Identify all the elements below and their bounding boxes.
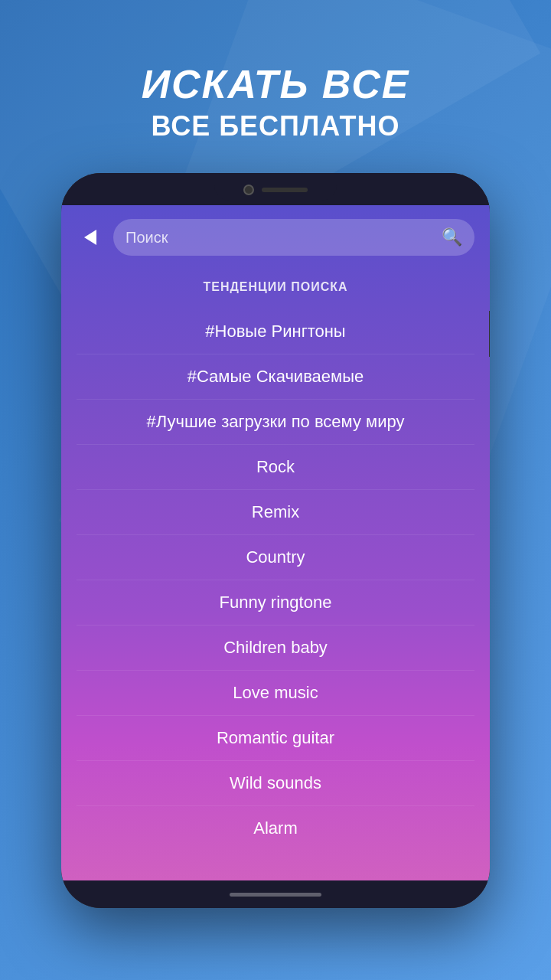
- search-bar-container: Поиск 🔍: [61, 205, 490, 268]
- trend-item-label: Funny ringtone: [220, 593, 332, 612]
- home-indicator: [230, 893, 321, 897]
- header-text-block: ИСКАТЬ ВСЕ ВСЕ БЕСПЛАТНО: [142, 61, 410, 142]
- trend-item[interactable]: Alarm: [77, 806, 474, 851]
- trend-item[interactable]: Country: [77, 535, 474, 580]
- trends-section: ТЕНДЕНЦИИ ПОИСКА #Новые Рингтоны#Самые С…: [61, 268, 490, 880]
- trend-item-label: Rock: [256, 457, 295, 476]
- search-input-wrapper[interactable]: Поиск 🔍: [113, 219, 474, 256]
- trend-item[interactable]: Romantic guitar: [77, 716, 474, 761]
- search-icon: 🔍: [442, 227, 462, 247]
- trend-item[interactable]: Funny ringtone: [77, 580, 474, 626]
- phone-notch: [214, 179, 337, 201]
- search-placeholder-text: Поиск: [126, 229, 433, 247]
- trend-item-label: Wild sounds: [230, 773, 321, 792]
- trend-item[interactable]: Remix: [77, 490, 474, 535]
- front-camera: [243, 185, 254, 195]
- trend-item[interactable]: Wild sounds: [77, 761, 474, 806]
- phone-frame: Поиск 🔍 ТЕНДЕНЦИИ ПОИСКА #Новые Рингтоны…: [61, 173, 490, 908]
- header-title: ИСКАТЬ ВСЕ: [142, 61, 410, 107]
- trend-item-label: Romantic guitar: [217, 728, 334, 747]
- trend-item-label: Children baby: [223, 638, 328, 657]
- trend-item-label: #Самые Скачиваемые: [187, 367, 364, 386]
- phone-screen: Поиск 🔍 ТЕНДЕНЦИИ ПОИСКА #Новые Рингтоны…: [61, 205, 490, 880]
- trend-item-label: #Новые Рингтоны: [205, 322, 345, 341]
- trend-item[interactable]: #Лучшие загрузки по всему миру: [77, 400, 474, 445]
- back-button[interactable]: [77, 224, 104, 251]
- trend-item-label: Alarm: [253, 818, 297, 838]
- trend-item-label: #Лучшие загрузки по всему миру: [147, 412, 405, 431]
- trend-item[interactable]: Rock: [77, 445, 474, 490]
- back-arrow-icon: [84, 230, 96, 245]
- search-button[interactable]: 🔍: [441, 227, 462, 248]
- trend-item[interactable]: #Самые Скачиваемые: [77, 354, 474, 400]
- trend-item-label: Remix: [252, 502, 299, 521]
- trend-item[interactable]: Children baby: [77, 626, 474, 671]
- trends-section-title: ТЕНДЕНЦИИ ПОИСКА: [77, 280, 474, 294]
- trend-item-label: Love music: [233, 683, 318, 702]
- phone-bottom-bezel: [61, 880, 490, 908]
- trends-list: #Новые Рингтоны#Самые Скачиваемые#Лучшие…: [77, 309, 474, 851]
- trend-item[interactable]: #Новые Рингтоны: [77, 309, 474, 354]
- trend-item[interactable]: Love music: [77, 671, 474, 716]
- phone-top-bezel: [61, 173, 490, 205]
- trend-item-label: Country: [246, 547, 305, 567]
- power-button: [489, 311, 490, 357]
- speaker-grille: [262, 188, 308, 192]
- header-subtitle: ВСЕ БЕСПЛАТНО: [142, 110, 410, 142]
